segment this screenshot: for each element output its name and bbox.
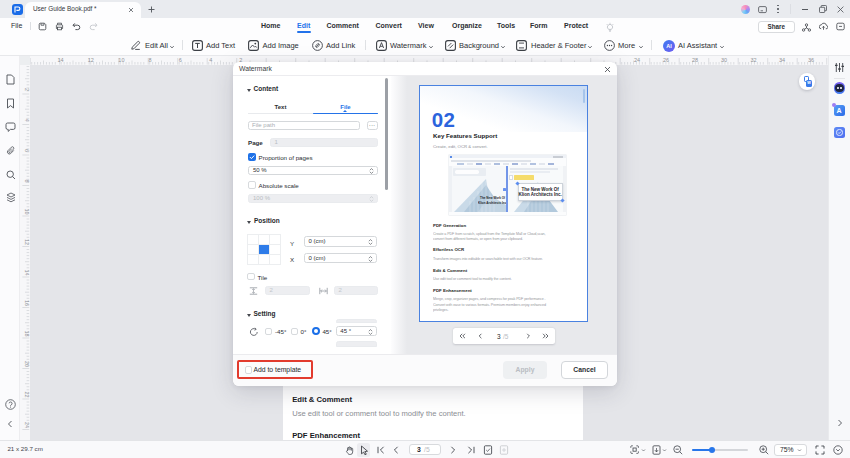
svg-text:34: 34 (779, 57, 785, 63)
svg-text:36: 36 (808, 57, 814, 63)
svg-text:28: 28 (692, 57, 698, 63)
svg-text:8: 8 (148, 57, 151, 63)
svg-text:10: 10 (118, 57, 124, 63)
svg-text:12: 12 (88, 57, 94, 63)
svg-text:30: 30 (721, 57, 727, 63)
svg-text:4: 4 (209, 57, 212, 63)
svg-text:26: 26 (663, 57, 669, 63)
svg-text:32: 32 (750, 57, 756, 63)
svg-text:6: 6 (179, 57, 182, 63)
svg-text:14: 14 (58, 57, 64, 63)
svg-text:24: 24 (634, 57, 640, 63)
